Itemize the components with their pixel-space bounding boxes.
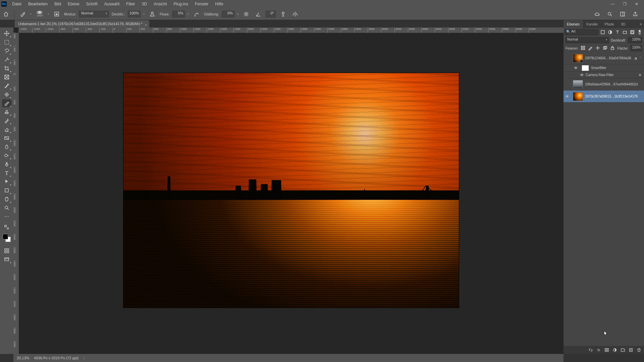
layer-group-icon[interactable] (621, 348, 625, 352)
document-tab[interactable]: Unbenannt-1 bei 20,1% (1970c267e0361312d… (15, 20, 149, 27)
new-layer-icon[interactable] (629, 348, 633, 352)
smoothing-input[interactable]: 0% (222, 11, 234, 17)
cloud-docs-button[interactable] (592, 9, 602, 19)
menu-3d[interactable]: 3D (139, 0, 150, 8)
horizontal-ruler[interactable]: -1400-1200-1000-800-600-400-200020040060… (19, 27, 564, 33)
filter-smart-icon[interactable] (629, 29, 635, 35)
crop-tool[interactable] (2, 64, 11, 72)
layer-mask-icon[interactable] (604, 348, 609, 352)
clone-stamp-tool[interactable] (2, 108, 11, 116)
layer-name[interactable]: 199e6dae42f968…87ee94944802d (585, 82, 643, 86)
workspace-switcher[interactable] (618, 9, 627, 19)
color-swatches[interactable] (3, 234, 11, 242)
layer-name[interactable]: Smartfilter (591, 66, 643, 70)
filter-pixel-icon[interactable] (600, 29, 606, 35)
filter-shape-icon[interactable] (622, 29, 628, 35)
frame-tool[interactable] (2, 73, 11, 81)
search-button[interactable] (605, 9, 614, 19)
eraser-tool[interactable] (2, 125, 11, 133)
panel-menu-icon[interactable]: ≡ (638, 22, 644, 26)
opacity-input[interactable]: 100% (128, 11, 141, 17)
chevron-up-icon[interactable]: ˄ (638, 57, 643, 60)
layer-fill-input[interactable]: 100% (630, 45, 642, 51)
layer-name[interactable]: 29f7fb124604…93a047894a38 (585, 56, 633, 60)
menu-plugins[interactable]: Plug-ins (170, 0, 192, 8)
menu-ansicht[interactable]: Ansicht (150, 0, 170, 8)
canvas-image[interactable] (123, 73, 459, 308)
menu-filter[interactable]: Filter (123, 0, 139, 8)
canvas-viewport[interactable] (19, 33, 564, 354)
menu-datei[interactable]: Datei (9, 0, 25, 8)
eyedropper-tool[interactable] (2, 82, 11, 90)
tool-preset-picker[interactable] (18, 9, 27, 19)
home-button[interactable] (1, 9, 11, 19)
layer-style-icon[interactable]: fx (596, 348, 601, 352)
layer-filter-select[interactable]: 🔍 Art (565, 29, 598, 35)
lock-position-icon[interactable] (595, 45, 600, 51)
filter-adjust-icon[interactable] (607, 29, 613, 35)
tab-ebenen[interactable]: Ebenen (564, 20, 583, 28)
type-tool[interactable] (2, 169, 11, 177)
filter-indicator-icon[interactable]: ◑ (633, 57, 638, 60)
menu-auswahl[interactable]: Auswahl (101, 0, 123, 8)
move-tool[interactable] (2, 29, 11, 38)
path-selection-tool[interactable] (2, 178, 11, 186)
tab-3d[interactable]: 3D (618, 20, 629, 28)
visibility-toggle[interactable]: 👁 (572, 66, 580, 70)
layer-thumbnail[interactable] (573, 80, 583, 89)
layer-row[interactable]: 199e6dae42f968…87ee94944802d (564, 78, 644, 90)
blend-mode-select[interactable]: Normal (79, 11, 109, 17)
brush-angle-input[interactable]: 0° (266, 11, 276, 17)
menu-ebene[interactable]: Ebene (64, 0, 83, 8)
foreground-color-swatch[interactable] (3, 234, 8, 239)
lock-all-icon[interactable] (610, 45, 615, 51)
blur-tool[interactable] (2, 143, 11, 151)
tab-kanaele[interactable]: Kanäle (583, 20, 601, 28)
gradient-tool[interactable] (2, 134, 11, 142)
edit-toolbar-button[interactable] (2, 223, 11, 231)
pen-tool[interactable] (2, 160, 11, 168)
layer-row[interactable]: 👁 Smartfilter (564, 64, 644, 72)
link-layers-icon[interactable] (588, 348, 593, 352)
layer-row[interactable]: 👁 1970c267e03613…1b3f115e14179 (564, 90, 644, 103)
flow-input[interactable]: 5% (172, 11, 185, 17)
window-maximize-button[interactable]: ❐ (619, 0, 631, 8)
delete-layer-icon[interactable] (637, 348, 641, 352)
quick-mask-toggle[interactable] (2, 247, 11, 255)
adjustment-layer-icon[interactable] (612, 348, 617, 352)
layer-opacity-input[interactable]: 100% (628, 37, 642, 43)
smoothing-options-button[interactable] (241, 9, 251, 19)
vertical-ruler[interactable]: -600-400-2000200400600800100012001400160… (13, 33, 19, 354)
more-tools[interactable]: ⋯ (2, 213, 11, 221)
tab-pfade[interactable]: Pfade (601, 20, 618, 28)
filter-settings-icon[interactable]: ⚙ (637, 73, 643, 77)
menu-bild[interactable]: Bild (51, 0, 64, 8)
brush-preset-picker[interactable]: 1409 (34, 9, 45, 19)
chevron-right-icon[interactable]: 〉 (83, 356, 87, 361)
lock-pixels-icon[interactable] (588, 45, 593, 51)
zoom-level[interactable]: 20,13% (17, 356, 29, 360)
document-dimensions[interactable]: 4936 Px x 3319 Px (72 ppi) (34, 356, 78, 360)
menu-fenster[interactable]: Fenster (192, 0, 212, 8)
opacity-pressure-toggle[interactable] (148, 9, 157, 19)
brush-tool[interactable] (2, 99, 11, 107)
window-minimize-button[interactable]: — (606, 0, 619, 8)
menu-hilfe[interactable]: Hilfe (212, 0, 227, 8)
hand-tool[interactable] (2, 195, 11, 203)
layer-row[interactable]: 29f7fb124604…93a047894a38 ◑ ˄ (564, 52, 644, 64)
menu-schrift[interactable]: Schrift (83, 0, 101, 8)
filter-toggle-switch[interactable] (637, 29, 643, 35)
lock-nesting-icon[interactable] (602, 45, 608, 51)
menu-bearbeiten[interactable]: Bearbeiten (25, 0, 51, 8)
layer-thumbnail[interactable] (573, 92, 583, 101)
brush-settings-toggle[interactable] (52, 9, 61, 19)
lock-transparency-icon[interactable] (580, 45, 586, 51)
window-close-button[interactable]: ✕ (631, 0, 643, 8)
layer-thumbnail[interactable] (573, 54, 583, 63)
healing-brush-tool[interactable] (2, 90, 11, 99)
size-pressure-toggle[interactable] (278, 9, 288, 19)
marquee-tool[interactable] (2, 38, 11, 46)
layer-name[interactable]: 1970c267e03613…1b3f115e14179 (585, 95, 643, 98)
airbrush-toggle[interactable] (192, 9, 201, 19)
visibility-toggle[interactable]: 👁 (564, 94, 571, 99)
